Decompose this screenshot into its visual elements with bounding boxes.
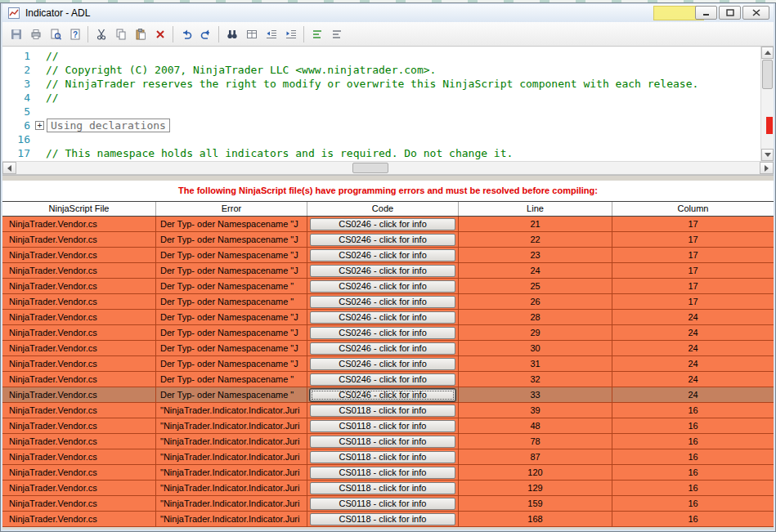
error-code-button[interactable]: CS0246 - click for info xyxy=(310,373,455,386)
error-code-button[interactable]: CS0118 - click for info xyxy=(310,467,455,479)
cell-code: CS0246 - click for info xyxy=(307,341,459,355)
cell-line: 30 xyxy=(459,341,612,355)
scroll-left-button[interactable] xyxy=(2,162,16,174)
error-code-button[interactable]: CS0118 - click for info xyxy=(310,436,455,448)
table-row[interactable]: NinjaTrader.Vendor.cs "NinjaTrader.Indic… xyxy=(2,418,774,434)
redo-button[interactable] xyxy=(196,25,215,43)
table-row[interactable]: NinjaTrader.Vendor.cs Der Typ- oder Name… xyxy=(2,248,774,263)
paste-button[interactable] xyxy=(131,25,150,43)
cell-line: 87 xyxy=(459,449,612,464)
save-button[interactable] xyxy=(7,25,25,43)
table-row[interactable]: NinjaTrader.Vendor.cs Der Typ- oder Name… xyxy=(2,387,774,403)
scroll-down-button[interactable] xyxy=(761,149,774,161)
cell-error: Der Typ- oder Namespacename " xyxy=(156,387,307,402)
error-code-button[interactable]: CS0118 - click for info xyxy=(310,513,455,525)
cell-code: CS0118 - click for info xyxy=(307,465,459,480)
cell-code: CS0246 - click for info xyxy=(307,232,459,247)
table-row[interactable]: NinjaTrader.Vendor.cs "NinjaTrader.Indic… xyxy=(2,434,774,449)
error-code-button[interactable]: CS0246 - click for info xyxy=(310,280,455,293)
cell-error: Der Typ- oder Namespacename "J xyxy=(156,310,307,324)
cell-code: CS0246 - click for info xyxy=(307,217,459,231)
maximize-button[interactable] xyxy=(719,6,741,20)
cell-error: "NinjaTrader.Indicator.Indicator.Juri xyxy=(156,418,307,433)
table-row[interactable]: NinjaTrader.Vendor.cs Der Typ- oder Name… xyxy=(2,232,774,248)
table-row[interactable]: NinjaTrader.Vendor.cs Der Typ- oder Name… xyxy=(2,356,774,372)
error-code-button[interactable]: CS0246 - click for info xyxy=(310,389,455,401)
table-row[interactable]: NinjaTrader.Vendor.cs "NinjaTrader.Indic… xyxy=(2,481,774,496)
error-code-button[interactable]: CS0246 - click for info xyxy=(310,249,455,262)
find-button[interactable] xyxy=(222,25,241,43)
editor-horizontal-scrollbar[interactable] xyxy=(2,161,774,175)
minimize-button[interactable] xyxy=(695,6,717,20)
error-code-button[interactable]: CS0118 - click for info xyxy=(310,482,455,494)
table-row[interactable]: NinjaTrader.Vendor.cs "NinjaTrader.Indic… xyxy=(2,449,774,465)
error-code-button[interactable]: CS0118 - click for info xyxy=(310,451,455,463)
cell-code: CS0246 - click for info xyxy=(307,372,459,387)
cell-column: 16 xyxy=(612,496,774,511)
indent-button[interactable] xyxy=(281,25,300,43)
editor-vertical-scrollbar[interactable] xyxy=(760,47,774,161)
scroll-up-button[interactable] xyxy=(761,47,774,59)
cell-error: "NinjaTrader.Indicator.Indicator.Juri xyxy=(156,496,307,511)
error-code-button[interactable]: CS0246 - click for info xyxy=(310,327,455,339)
help-button[interactable]: ? xyxy=(65,25,84,43)
table-row[interactable]: NinjaTrader.Vendor.cs Der Typ- oder Name… xyxy=(2,372,774,387)
column-header-column[interactable]: Column xyxy=(612,202,774,216)
error-code-button[interactable]: CS0118 - click for info xyxy=(310,405,455,417)
vertical-scroll-thumb[interactable] xyxy=(762,60,773,89)
column-header-ninjascript-file[interactable]: NinjaScript File xyxy=(2,202,156,216)
find-next-button[interactable] xyxy=(242,25,261,43)
cell-error: Der Typ- oder Namespacename " xyxy=(156,372,307,387)
print-preview-button[interactable] xyxy=(46,25,65,43)
table-row[interactable]: NinjaTrader.Vendor.cs Der Typ- oder Name… xyxy=(2,325,774,341)
table-row[interactable]: NinjaTrader.Vendor.cs Der Typ- oder Name… xyxy=(2,217,774,232)
table-row[interactable]: NinjaTrader.Vendor.cs Der Typ- oder Name… xyxy=(2,294,774,310)
table-row[interactable]: NinjaTrader.Vendor.cs Der Typ- oder Name… xyxy=(2,310,774,325)
table-row[interactable]: NinjaTrader.Vendor.cs "NinjaTrader.Indic… xyxy=(2,496,774,512)
error-code-button[interactable]: CS0246 - click for info xyxy=(310,358,455,370)
cut-button[interactable] xyxy=(92,25,110,43)
code-text: // xyxy=(46,50,59,62)
cell-code: CS0118 - click for info xyxy=(307,496,459,511)
column-header-line[interactable]: Line xyxy=(459,202,612,216)
cell-file: NinjaTrader.Vendor.cs xyxy=(2,387,156,402)
uncomment-button[interactable] xyxy=(327,25,346,43)
editor-toolbar: ? xyxy=(2,22,774,47)
error-code-button[interactable]: CS0246 - click for info xyxy=(310,234,455,246)
error-code-button[interactable]: CS0246 - click for info xyxy=(310,218,455,230)
error-code-button[interactable]: CS0118 - click for info xyxy=(310,498,455,510)
fold-expand-icon[interactable] xyxy=(35,121,44,130)
delete-icon xyxy=(154,28,167,41)
code-editor[interactable]: 1 // 2 // Copyright (C) 2007, NinjaTrade… xyxy=(2,47,774,161)
cell-column: 17 xyxy=(612,279,774,293)
table-row[interactable]: NinjaTrader.Vendor.cs Der Typ- oder Name… xyxy=(2,263,774,279)
delete-button[interactable] xyxy=(150,25,169,43)
error-code-button[interactable]: CS0118 - click for info xyxy=(310,420,455,432)
table-row[interactable]: NinjaTrader.Vendor.cs "NinjaTrader.Indic… xyxy=(2,465,774,481)
save-icon xyxy=(10,28,23,41)
line-number: 5 xyxy=(2,105,34,118)
outdent-button[interactable] xyxy=(262,25,280,43)
table-row[interactable]: NinjaTrader.Vendor.cs Der Typ- oder Name… xyxy=(2,279,774,294)
error-code-button[interactable]: CS0246 - click for info xyxy=(310,311,455,324)
print-button[interactable] xyxy=(26,25,45,43)
cell-column: 16 xyxy=(612,403,774,418)
table-row[interactable]: NinjaTrader.Vendor.cs "NinjaTrader.Indic… xyxy=(2,512,774,527)
cell-error: Der Typ- oder Namespacename " xyxy=(156,279,307,293)
error-code-button[interactable]: CS0246 - click for info xyxy=(310,265,455,277)
error-code-button[interactable]: CS0246 - click for info xyxy=(310,342,455,355)
table-row[interactable]: NinjaTrader.Vendor.cs Der Typ- oder Name… xyxy=(2,341,774,356)
cell-column: 16 xyxy=(612,465,774,480)
comment-button[interactable] xyxy=(307,25,326,43)
table-row[interactable]: NinjaTrader.Vendor.cs "NinjaTrader.Indic… xyxy=(2,403,774,418)
column-header-error[interactable]: Error xyxy=(156,202,307,216)
error-code-button[interactable]: CS0246 - click for info xyxy=(310,296,455,308)
cell-error: "NinjaTrader.Indicator.Indicator.Juri xyxy=(156,449,307,464)
copy-button[interactable] xyxy=(111,25,130,43)
collapsed-region[interactable]: Using declarations xyxy=(47,118,170,132)
scroll-right-button[interactable] xyxy=(760,162,774,174)
undo-button[interactable] xyxy=(177,25,195,43)
column-header-code[interactable]: Code xyxy=(307,202,459,216)
close-button[interactable] xyxy=(742,6,769,20)
horizontal-scroll-thumb[interactable] xyxy=(352,163,388,173)
